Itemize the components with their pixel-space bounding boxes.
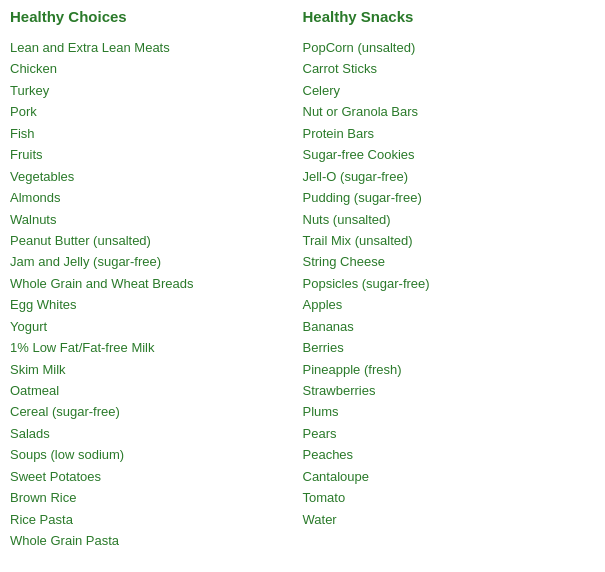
list-item: Fruits (10, 144, 293, 165)
right-column-title: Healthy Snacks (303, 8, 586, 25)
list-item: Vegetables (10, 166, 293, 187)
list-item: Sugar-free Cookies (303, 144, 586, 165)
list-item: Nut or Granola Bars (303, 101, 586, 122)
list-item: Cantaloupe (303, 466, 586, 487)
list-item: Pork (10, 101, 293, 122)
list-item: Lean and Extra Lean Meats (10, 37, 293, 58)
list-item: Jell-O (sugar-free) (303, 166, 586, 187)
list-item: Strawberries (303, 380, 586, 401)
list-item: Pears (303, 423, 586, 444)
list-item: Rice Pasta (10, 509, 293, 530)
list-item: String Cheese (303, 251, 586, 272)
left-column-title: Healthy Choices (10, 8, 293, 25)
list-item: PopCorn (unsalted) (303, 37, 586, 58)
list-item: Peaches (303, 444, 586, 465)
left-column: Healthy Choices Lean and Extra Lean Meat… (10, 8, 303, 552)
list-item: Sweet Potatoes (10, 466, 293, 487)
list-item: Jam and Jelly (sugar-free) (10, 251, 293, 272)
list-item: Almonds (10, 187, 293, 208)
list-item: Oatmeal (10, 380, 293, 401)
main-layout: Healthy Choices Lean and Extra Lean Meat… (10, 8, 595, 552)
list-item: Whole Grain and Wheat Breads (10, 273, 293, 294)
list-item: 1% Low Fat/Fat-free Milk (10, 337, 293, 358)
list-item: Turkey (10, 80, 293, 101)
list-item: Egg Whites (10, 294, 293, 315)
list-item: Fish (10, 123, 293, 144)
list-item: Apples (303, 294, 586, 315)
list-item: Bananas (303, 316, 586, 337)
list-item: Peanut Butter (unsalted) (10, 230, 293, 251)
left-items-list: Lean and Extra Lean MeatsChickenTurkeyPo… (10, 37, 293, 552)
list-item: Pineapple (fresh) (303, 359, 586, 380)
list-item: Brown Rice (10, 487, 293, 508)
list-item: Carrot Sticks (303, 58, 586, 79)
list-item: Trail Mix (unsalted) (303, 230, 586, 251)
list-item: Walnuts (10, 209, 293, 230)
list-item: Plums (303, 401, 586, 422)
list-item: Yogurt (10, 316, 293, 337)
list-item: Popsicles (sugar-free) (303, 273, 586, 294)
list-item: Protein Bars (303, 123, 586, 144)
list-item: Soups (low sodium) (10, 444, 293, 465)
list-item: Salads (10, 423, 293, 444)
list-item: Chicken (10, 58, 293, 79)
list-item: Whole Grain Pasta (10, 530, 293, 551)
right-items-list: PopCorn (unsalted)Carrot SticksCeleryNut… (303, 37, 586, 530)
list-item: Celery (303, 80, 586, 101)
list-item: Water (303, 509, 586, 530)
list-item: Pudding (sugar-free) (303, 187, 586, 208)
list-item: Tomato (303, 487, 586, 508)
right-column: Healthy Snacks PopCorn (unsalted)Carrot … (303, 8, 596, 552)
list-item: Cereal (sugar-free) (10, 401, 293, 422)
list-item: Nuts (unsalted) (303, 209, 586, 230)
list-item: Berries (303, 337, 586, 358)
list-item: Skim Milk (10, 359, 293, 380)
